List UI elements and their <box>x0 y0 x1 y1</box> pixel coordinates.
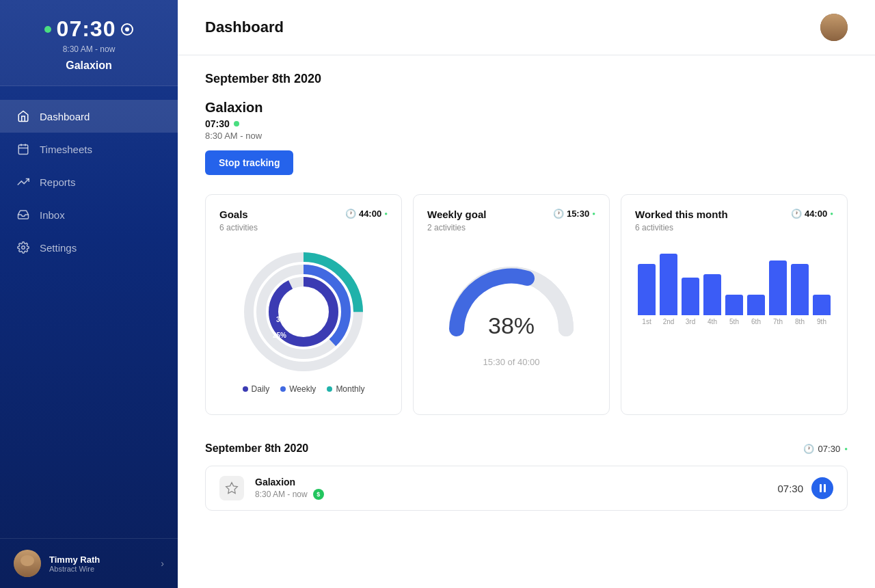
weekly-dot <box>280 386 286 392</box>
bar-rect <box>682 278 699 315</box>
weekly-card-title: Weekly goal <box>427 209 486 220</box>
bar-column: 6th <box>747 295 765 325</box>
stop-tracking-button[interactable]: Stop tracking <box>205 150 293 175</box>
reports-icon <box>16 175 30 189</box>
timer-range: 8:30 AM - now <box>14 44 164 54</box>
donut-legend: Daily Weekly Monthly <box>243 384 365 394</box>
bar-rect <box>791 264 809 315</box>
donut-chart: 93% 38% 25% Daily Weekly <box>219 243 388 401</box>
money-tag: $ <box>313 489 324 500</box>
bar-rect <box>703 274 721 315</box>
sidebar-item-timesheets[interactable]: Timesheets <box>0 133 178 165</box>
bar-rect <box>660 254 677 315</box>
record-icon <box>121 23 133 36</box>
settings-icon <box>16 241 30 254</box>
svg-point-4 <box>22 246 25 250</box>
timer-display: 07:30 <box>57 16 116 42</box>
bar-label: 3rd <box>686 318 695 325</box>
sidebar-label-settings: Settings <box>40 242 77 254</box>
avatar <box>14 550 41 577</box>
project-name: Galaxion <box>205 100 848 116</box>
bottom-active-dot: ● <box>844 446 848 452</box>
legend-monthly: Monthly <box>327 384 364 394</box>
svg-marker-14 <box>226 483 238 494</box>
monthly-dot <box>327 386 332 392</box>
header-avatar[interactable] <box>820 14 848 41</box>
bar-rect <box>638 264 656 315</box>
activity-name: Galaxion <box>255 477 766 487</box>
bar-chart: 1st2nd3rd4th5th6th7th8th9th <box>635 243 833 325</box>
activity-right: 07:30 <box>777 477 833 499</box>
activity-row: Galaxion 8:30 AM - now $ 07:30 <box>205 466 848 511</box>
sidebar-nav: Dashboard Timesheets Reports <box>0 86 178 538</box>
bar-label: 7th <box>773 318 783 325</box>
bottom-time-value: 07:30 <box>818 444 841 454</box>
worked-card-time: 🕐 44:00 ● <box>791 209 833 219</box>
date-heading: September 8th 2020 <box>205 72 848 86</box>
clock-icon-3: 🕐 <box>791 209 802 219</box>
sidebar-item-inbox[interactable]: Inbox <box>0 198 178 231</box>
cards-row: Goals 🕐 44:00 ● 6 activities <box>205 194 848 415</box>
active-project: Galaxion 07:30 8:30 AM - now Stop tracki… <box>205 100 848 175</box>
legend-weekly: Weekly <box>280 384 316 394</box>
goals-card: Goals 🕐 44:00 ● 6 activities <box>205 194 402 415</box>
clock-icon: 🕐 <box>345 209 356 219</box>
recording-dot <box>44 26 51 33</box>
worked-activities: 6 activities <box>635 223 833 232</box>
svg-rect-0 <box>18 145 28 155</box>
bar-label: 1st <box>642 318 651 325</box>
bottom-section: September 8th 2020 🕐 07:30 ● Galaxion 8:… <box>205 442 848 511</box>
project-time: 07:30 <box>205 118 230 129</box>
project-range: 8:30 AM - now <box>205 131 848 141</box>
activity-meta: 8:30 AM - now $ <box>255 489 766 500</box>
bar-label: 8th <box>795 318 805 325</box>
bar-rect <box>725 295 743 315</box>
bar-column: 9th <box>813 295 831 325</box>
sidebar-label-inbox: Inbox <box>40 209 65 221</box>
main-content: Dashboard September 8th 2020 Galaxion 07… <box>178 0 875 588</box>
pause-button[interactable] <box>811 477 833 499</box>
worked-month-card: Worked this month 🕐 44:00 ● 6 activities… <box>621 194 848 415</box>
gauge-percent: 38% <box>488 312 535 339</box>
sidebar-label-timesheets: Timesheets <box>40 144 92 155</box>
bottom-clock-icon: 🕐 <box>803 444 814 454</box>
activity-info: Galaxion 8:30 AM - now $ <box>255 477 766 500</box>
weekly-card-time: 🕐 15:30 ● <box>553 209 595 219</box>
daily-dot <box>243 386 248 392</box>
sidebar-footer[interactable]: Timmy Rath Abstract Wire › <box>0 538 178 588</box>
gauge-chart: 38% 15:30 of 40:00 <box>427 243 595 374</box>
active-dot <box>234 121 239 126</box>
bar-column: 2nd <box>660 254 677 325</box>
clock-icon-2: 🕐 <box>553 209 564 219</box>
bottom-time-row: 🕐 07:30 ● <box>803 444 848 454</box>
activity-duration: 07:30 <box>777 483 803 494</box>
bar-label: 5th <box>729 318 739 325</box>
svg-text:25%: 25% <box>273 332 286 339</box>
legend-daily-label: Daily <box>252 384 270 394</box>
bar-label: 4th <box>708 318 717 325</box>
gauge-subtitle: 15:30 of 40:00 <box>483 357 539 367</box>
sidebar: 07:30 8:30 AM - now Galaxion Dashboard <box>0 0 178 588</box>
goals-card-time: 🕐 44:00 ● <box>345 209 388 219</box>
inbox-icon <box>16 208 30 222</box>
svg-text:38%: 38% <box>276 316 290 323</box>
content-area: September 8th 2020 Galaxion 07:30 8:30 A… <box>178 55 875 527</box>
weekly-activities: 2 activities <box>427 223 595 232</box>
user-name: Timmy Rath <box>49 554 152 565</box>
bar-label: 9th <box>817 318 826 325</box>
page-header: Dashboard <box>178 0 875 55</box>
bar-column: 8th <box>791 264 809 325</box>
legend-daily: Daily <box>243 384 270 394</box>
sidebar-item-settings[interactable]: Settings <box>0 231 178 264</box>
sidebar-item-reports[interactable]: Reports <box>0 165 178 198</box>
worked-card-title: Worked this month <box>635 209 728 220</box>
timer-project: Galaxion <box>14 59 164 72</box>
sidebar-item-dashboard[interactable]: Dashboard <box>0 100 178 133</box>
activity-icon <box>219 476 244 500</box>
bar-rect <box>813 295 831 315</box>
goals-activities: 6 activities <box>219 223 388 232</box>
svg-text:93%: 93% <box>296 298 311 306</box>
user-info: Timmy Rath Abstract Wire <box>49 554 152 573</box>
user-company: Abstract Wire <box>49 565 152 573</box>
goals-card-title: Goals <box>219 209 248 220</box>
